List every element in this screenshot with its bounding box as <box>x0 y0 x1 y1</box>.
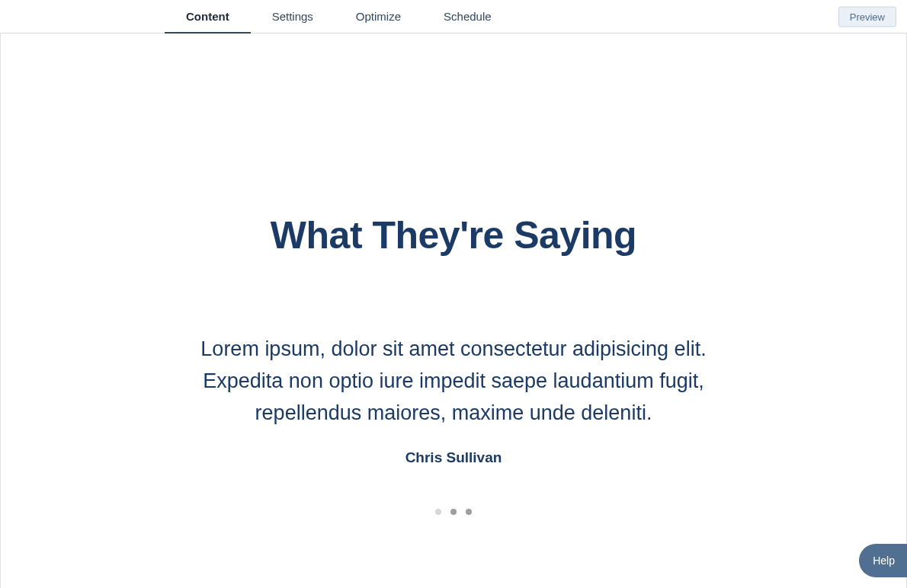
testimonial-quote: Lorem ipsum, dolor sit amet consectetur … <box>179 334 728 430</box>
tab-schedule[interactable]: Schedule <box>422 0 513 34</box>
editor-tabs: Content Settings Optimize Schedule <box>165 0 513 34</box>
tab-optimize[interactable]: Optimize <box>335 0 422 34</box>
testimonial-section: What They're Saying Lorem ipsum, dolor s… <box>1 34 906 588</box>
section-heading: What They're Saying <box>271 213 636 257</box>
editor-top-bar: Content Settings Optimize Schedule Previ… <box>0 0 907 34</box>
carousel-pagination <box>435 509 472 515</box>
testimonial-author: Chris Sullivan <box>405 449 502 466</box>
preview-button[interactable]: Preview <box>838 6 896 27</box>
tab-content[interactable]: Content <box>165 0 251 34</box>
page-canvas: What They're Saying Lorem ipsum, dolor s… <box>0 34 907 588</box>
tab-settings[interactable]: Settings <box>251 0 335 34</box>
help-button[interactable]: Help <box>859 544 907 577</box>
carousel-dot-3[interactable] <box>466 509 472 515</box>
carousel-dot-1[interactable] <box>435 509 441 515</box>
carousel-dot-2[interactable] <box>450 509 457 515</box>
